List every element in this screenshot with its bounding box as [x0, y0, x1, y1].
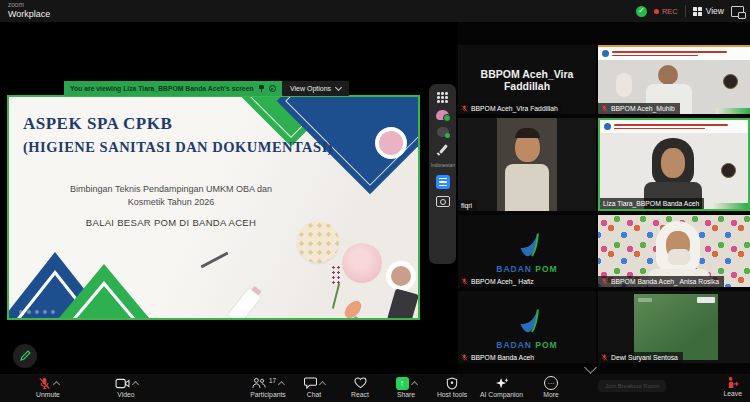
participant-name-tag: fiqri: [458, 200, 477, 211]
leave-button[interactable]: Leave: [723, 376, 742, 397]
mic-muted-icon: [38, 377, 51, 390]
annotation-pencil-icon[interactable]: [437, 144, 448, 155]
pink-macaron-photo: [342, 243, 382, 283]
pin-icon: [258, 85, 265, 92]
participant-name-tag: BBPOM Aceh_ Hafiz: [458, 276, 539, 287]
logo-badge: [721, 163, 736, 178]
chevron-up-icon[interactable]: [410, 380, 417, 387]
banner-footer-strip: [716, 108, 750, 114]
viewing-banner-text: You are viewing Liza Tiara_BBPOM Banda A…: [70, 85, 254, 92]
pencil-icon: [19, 350, 31, 362]
mic-muted-icon: [461, 354, 468, 361]
participant-hand: [668, 249, 690, 265]
side-toolbar: Indonesian: [429, 84, 456, 264]
top-bar: zoom Workplace ✓ REC View: [0, 0, 750, 22]
chat-bubble-icon: [304, 377, 317, 389]
active-list-button[interactable]: [436, 175, 450, 189]
participant-tile[interactable]: BADAN POM BBPOM Aceh_ Hafiz: [458, 215, 596, 287]
view-button[interactable]: View: [693, 6, 724, 16]
heart-icon: [354, 377, 367, 389]
participant-tile[interactable]: BADAN POM BBPOM Banda Aceh: [458, 291, 596, 363]
participant-count-badge: 17: [269, 377, 276, 384]
recording-indicator: REC: [654, 7, 678, 16]
rec-dot-icon: [654, 9, 659, 14]
share-screen-icon: ↑: [396, 377, 409, 390]
chevron-up-icon[interactable]: [131, 380, 138, 387]
slide-organization: BALAI BESAR POM DI BANDA ACEH: [45, 217, 297, 228]
mic-muted-icon: [461, 105, 468, 112]
top-right-controls: ✓ REC View: [636, 0, 744, 22]
badan-pom-swoosh-icon: [512, 229, 542, 263]
react-button[interactable]: React: [342, 376, 378, 398]
participant-name-tag: BBPOM Banda Aceh_ Anisa Rosika: [598, 276, 724, 287]
toolbar-left-group: Unmute Video: [30, 376, 144, 398]
toolbar-center-group: 17 Participants Chat: [250, 376, 569, 398]
video-button[interactable]: Video: [108, 376, 144, 398]
ai-companion-button[interactable]: AI Companion: [480, 376, 523, 398]
participant-tile[interactable]: BBPOM Aceh_Vira Faddillah BBPOM Aceh_Vir…: [458, 45, 596, 114]
participant-face: [661, 148, 685, 178]
participant-name-tag: Dewi Suryani Sentosa: [598, 352, 683, 363]
more-dots-icon: ⋯: [544, 376, 558, 390]
participant-video: [497, 118, 557, 211]
unmute-button[interactable]: Unmute: [30, 376, 66, 398]
slide-subtitle-line2: Kosmetik Tahun 2026: [128, 197, 214, 207]
companion-pet-icon[interactable]: [436, 110, 449, 120]
slide-subtitle: Bimbingan Teknis Pendampingan UMKM OBA d…: [45, 183, 297, 208]
slideshow-controls: [19, 310, 55, 314]
chevron-up-icon[interactable]: [52, 380, 59, 387]
view-options-button[interactable]: View Options: [282, 81, 349, 96]
shared-screen-stage: You are viewing Liza Tiara_BBPOM Banda A…: [0, 22, 428, 374]
pink-compact-photo: [375, 127, 407, 159]
apps-grid-icon[interactable]: [437, 92, 448, 103]
participant-tile[interactable]: Dewi Suryani Sentosa: [598, 291, 750, 363]
host-tools-button[interactable]: Host tools: [434, 376, 470, 398]
sparkle-icon: [495, 377, 509, 390]
leave-meeting-icon: [726, 376, 739, 389]
shield-icon: [446, 377, 458, 390]
layout-icon[interactable]: [731, 6, 744, 17]
virtual-background: [600, 120, 748, 209]
background-figure: [616, 73, 632, 97]
participant-tile[interactable]: BBPOM Banda Aceh_ Anisa Rosika: [598, 215, 750, 287]
participant-face: [658, 65, 678, 85]
region-label: Indonesian: [431, 162, 455, 168]
participant-tile[interactable]: BBPOM Aceh_Muhib: [598, 45, 750, 114]
cream-compact-photo: [386, 261, 416, 291]
brand: zoom Workplace: [8, 2, 50, 19]
share-button[interactable]: ↑ Share: [388, 376, 424, 398]
grid-view-icon: [693, 7, 702, 16]
participant-tile-active-speaker[interactable]: Liza Tiara_BBPOM Banda Aceh: [598, 118, 750, 211]
badan-pom-swoosh-icon: [512, 305, 542, 339]
divider: [685, 5, 686, 17]
remote-control-icon: [269, 85, 276, 92]
camera-icon[interactable]: [436, 196, 450, 207]
bpom-banner: [598, 47, 750, 60]
slide-title-line2: (HIGIENE SANITASI DAN DOKUMENTASI): [23, 137, 333, 159]
participant-name-tag: BBPOM Banda Aceh: [458, 352, 539, 363]
gallery-scroll-down-chevron[interactable]: [584, 361, 597, 374]
chevron-up-icon[interactable]: [278, 380, 285, 387]
badan-pom-logo-text: BADAN POM: [496, 340, 557, 350]
chat-status-icon[interactable]: [437, 127, 449, 137]
view-label: View: [706, 6, 724, 16]
meeting-toolbar: Unmute Video: [0, 374, 750, 402]
banner-footer-strip: [714, 203, 748, 209]
badan-pom-logo-text: BADAN POM: [496, 264, 557, 274]
participants-icon: [252, 377, 266, 389]
participant-tile[interactable]: fiqri: [458, 118, 596, 211]
slide-title-line1: ASPEK SPA CPKB: [23, 111, 333, 137]
participants-button[interactable]: 17 Participants: [250, 376, 286, 398]
chat-button[interactable]: Chat: [296, 376, 332, 398]
more-button[interactable]: ⋯ More: [533, 376, 569, 398]
chevron-up-icon[interactable]: [318, 380, 325, 387]
participant-name-tag: Liza Tiara_BBPOM Banda Aceh: [600, 198, 704, 209]
mic-muted-icon: [461, 278, 468, 285]
slide-title: ASPEK SPA CPKB (HIGIENE SANITASI DAN DOK…: [23, 111, 333, 158]
encryption-shield-icon[interactable]: ✓: [636, 6, 647, 17]
pearls-dish-photo: [297, 221, 339, 263]
chevron-down-icon: [335, 84, 342, 91]
annotate-button[interactable]: [13, 344, 37, 368]
flower-bloom-photo: [331, 265, 341, 287]
join-breakout-room-button[interactable]: Join Breakout Room: [598, 380, 666, 392]
